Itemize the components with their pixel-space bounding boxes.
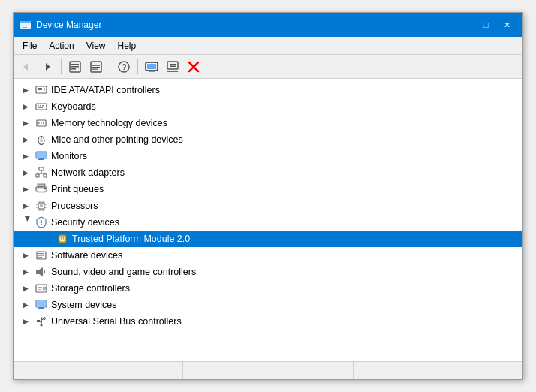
svg-rect-35: [38, 122, 40, 124]
svg-rect-45: [39, 167, 44, 170]
svg-rect-42: [37, 152, 46, 158]
svg-point-70: [62, 238, 63, 240]
svg-rect-21: [170, 65, 176, 67]
icon-monitors: [35, 149, 48, 163]
disable-button[interactable]: [184, 58, 203, 76]
svg-rect-8: [71, 66, 79, 68]
tree-item-print[interactable]: ▶ Print queues: [14, 181, 522, 198]
svg-marker-76: [39, 267, 43, 276]
icon-system: [35, 298, 48, 312]
tree-item-storage[interactable]: ▶ Storage controllers: [14, 280, 522, 297]
icon-mice: [35, 133, 48, 146]
update-driver-button[interactable]: [86, 58, 106, 76]
toolbar: ?: [14, 55, 522, 79]
expand-arrow-software: ▶: [20, 249, 32, 261]
svg-rect-7: [71, 64, 79, 65]
separator-3: [137, 59, 138, 74]
status-bar: [14, 361, 522, 379]
tree-item-ide[interactable]: ▶ IDE ATA/ATAPI controllers: [14, 82, 522, 98]
window-controls: — □ ✕: [455, 16, 516, 34]
svg-rect-9: [71, 68, 76, 70]
svg-rect-31: [40, 105, 41, 107]
svg-rect-81: [38, 289, 41, 290]
expand-arrow-memory: ▶: [20, 117, 32, 129]
content-area: ▶ IDE ATA/ATAPI controllers ▶: [14, 79, 522, 361]
properties-button[interactable]: [65, 58, 85, 76]
tree-item-security[interactable]: ▶ Security devices: [14, 214, 522, 231]
icon-software: [35, 249, 48, 262]
menu-bar: File Action View Help: [14, 37, 522, 55]
svg-point-40: [40, 139, 43, 143]
svg-rect-12: [92, 67, 100, 68]
back-button[interactable]: [17, 58, 36, 76]
svg-rect-30: [38, 105, 39, 107]
svg-text:?: ?: [122, 63, 127, 71]
svg-rect-54: [38, 188, 45, 192]
icon-keyboards: [35, 100, 48, 113]
tree-item-monitors[interactable]: ▶ Monitors: [14, 148, 522, 164]
tree-item-keyboards[interactable]: ▶ Keyboards: [14, 98, 522, 115]
close-button[interactable]: ✕: [497, 16, 516, 34]
uninstall-button[interactable]: [163, 58, 182, 76]
tree-item-network[interactable]: ▶ Network adapters: [14, 164, 522, 181]
label-network: Network adapters: [51, 167, 125, 178]
menu-file[interactable]: File: [17, 39, 43, 53]
svg-rect-17: [147, 64, 156, 69]
svg-point-67: [41, 224, 42, 225]
minimize-button[interactable]: —: [455, 16, 474, 34]
menu-help[interactable]: Help: [112, 39, 143, 53]
svg-rect-29: [36, 104, 47, 110]
label-mice: Mice and other pointing devices: [51, 134, 183, 145]
tree-item-processors[interactable]: ▶ Processors: [14, 198, 522, 214]
icon-ide: [35, 83, 48, 97]
separator-1: [61, 59, 62, 74]
maximize-button[interactable]: □: [476, 16, 495, 34]
label-keyboards: Keyboards: [51, 101, 96, 112]
svg-rect-32: [42, 105, 44, 107]
svg-point-91: [41, 324, 43, 327]
icon-memory: [35, 116, 48, 130]
tree-item-tpm[interactable]: Trusted Platform Module 2.0: [14, 231, 522, 247]
tree-item-mice[interactable]: ▶ Mice and other pointing devices: [14, 131, 522, 148]
device-tree[interactable]: ▶ IDE ATA/ATAPI controllers ▶: [14, 79, 522, 361]
label-sound: Sound, video and game controllers: [51, 267, 196, 277]
svg-rect-20: [170, 64, 176, 65]
separator-2: [110, 59, 110, 74]
tree-item-usb[interactable]: ▶ Universal Serial Bus controllers: [14, 313, 522, 330]
menu-action[interactable]: Action: [43, 39, 80, 53]
help-button[interactable]: ?: [114, 58, 134, 76]
tree-item-software[interactable]: ▶ Software devices: [14, 247, 522, 264]
label-print: Print queues: [51, 184, 104, 194]
icon-security: [35, 216, 48, 229]
label-system: System devices: [51, 300, 117, 310]
tree-item-memory[interactable]: ▶ Memory technology devices: [14, 115, 522, 131]
label-processors: Processors: [51, 201, 98, 211]
svg-rect-72: [38, 253, 44, 254]
label-storage: Storage controllers: [51, 283, 130, 294]
device-manager-window: Device Manager — □ ✕ File Action View He…: [13, 12, 523, 380]
expand-arrow-processors: ▶: [20, 200, 32, 212]
status-segment-1: [14, 362, 183, 379]
svg-rect-2: [23, 26, 29, 26]
forward-button[interactable]: [38, 58, 57, 76]
scan-button[interactable]: [142, 58, 161, 76]
expand-arrow-ide: ▶: [20, 84, 32, 96]
expand-arrow-print: ▶: [20, 183, 32, 195]
tree-item-sound[interactable]: ▶ Sound, video and game controllers: [14, 264, 522, 280]
expand-arrow-monitors: ▶: [20, 150, 32, 162]
menu-view[interactable]: View: [80, 39, 112, 53]
expand-arrow-system: ▶: [20, 299, 32, 311]
svg-rect-74: [38, 257, 42, 258]
status-segment-3: [354, 362, 522, 379]
svg-rect-46: [36, 174, 39, 177]
expand-arrow-sound: ▶: [20, 266, 32, 278]
label-usb: Universal Serial Bus controllers: [51, 316, 182, 327]
svg-rect-26: [38, 88, 42, 89]
svg-rect-19: [167, 62, 178, 69]
expand-arrow-mice: ▶: [20, 134, 32, 146]
svg-rect-33: [38, 107, 43, 109]
tree-item-system[interactable]: ▶ System devices: [14, 297, 522, 313]
expand-arrow-security: ▶: [20, 216, 32, 228]
status-segment-2: [183, 362, 353, 379]
label-security: Security devices: [51, 217, 119, 228]
